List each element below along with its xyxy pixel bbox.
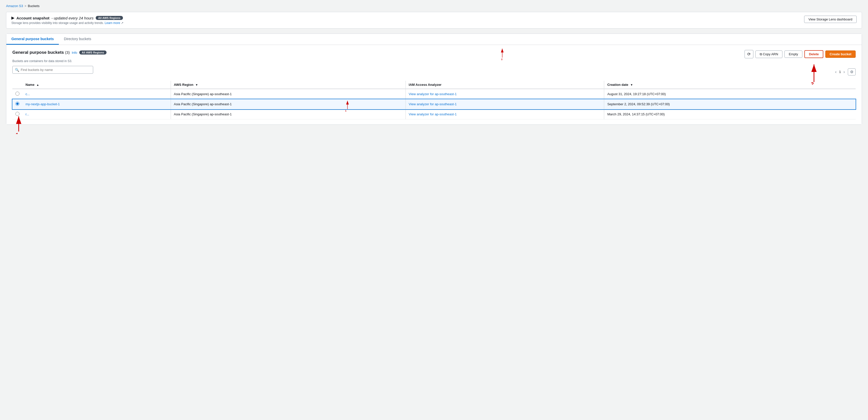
iam-analyzer-link-2[interactable]: View analyzer for ap-southeast-1: [409, 112, 457, 116]
action-buttons-group: ⟳ ⧉ Copy ARN Empty Delete Create bucket: [745, 50, 856, 58]
prev-page-button[interactable]: ‹: [834, 69, 838, 75]
bucket-region-cell: Asia Pacific (Singapore) ap-southeast-1: [171, 99, 405, 109]
iam-analyzer-link-0[interactable]: View analyzer for ap-southeast-1: [409, 92, 457, 96]
snapshot-aws-badge: All AWS Regions: [96, 16, 123, 20]
main-content-area: General purpose buckets (3) Info All AWS…: [6, 45, 862, 124]
row-radio-cell: [12, 89, 23, 99]
page-number: 1: [839, 70, 841, 74]
bucket-region-cell: Asia Pacific (Singapore) ap-southeast-1: [171, 109, 405, 119]
row-radio-cell: [12, 109, 23, 119]
bucket-radio-2[interactable]: [16, 112, 20, 116]
delete-button[interactable]: Delete: [804, 50, 823, 58]
table-subtitle: Buckets are containers for data stored i…: [12, 59, 856, 63]
search-container: 🔍: [12, 66, 93, 74]
col-region-header[interactable]: AWS Region ▼: [171, 81, 405, 89]
create-bucket-button[interactable]: Create bucket: [825, 51, 856, 58]
table-row: my-nextjs-app-bucket-1Asia Pacific (Sing…: [12, 99, 856, 109]
bucket-name-cell: c...: [23, 89, 171, 99]
copy-arn-button[interactable]: ⧉ Copy ARN: [755, 51, 782, 58]
pagination-area: ‹ 1 ›: [834, 69, 846, 75]
buckets-table: Name ▲ AWS Region ▼ IAM Access Analyzer: [12, 81, 856, 119]
table-row: c...Asia Pacific (Singapore) ap-southeas…: [12, 89, 856, 99]
col-name-sort-icon: ▲: [36, 83, 39, 86]
snapshot-title-text: Account snapshot: [17, 16, 50, 20]
svg-text:1: 1: [16, 132, 19, 134]
breadcrumb-separator: >: [25, 4, 26, 8]
snapshot-subtitle-text: - updated every 24 hours: [52, 16, 94, 20]
tabs-bar: General purpose buckets Directory bucket…: [6, 34, 862, 45]
table-aws-badge: All AWS Regions: [79, 51, 106, 55]
refresh-button[interactable]: ⟳: [745, 50, 753, 58]
empty-button[interactable]: Empty: [784, 51, 802, 58]
table-title-area: General purpose buckets (3) Info All AWS…: [12, 50, 106, 55]
col-iam-header[interactable]: IAM Access Analyzer: [405, 81, 604, 89]
snapshot-desc-text: Storage lens provides visibility into st…: [11, 21, 104, 25]
tabs-container: General purpose buckets Directory bucket…: [6, 34, 862, 125]
snapshot-title: ▶ Account snapshot - updated every 24 ho…: [11, 15, 123, 20]
bucket-iam-cell: View analyzer for ap-southeast-1: [405, 99, 604, 109]
copy-icon: ⧉: [760, 52, 763, 56]
breadcrumb-amazon-s3-link[interactable]: Amazon S3: [6, 4, 23, 8]
view-storage-lens-dashboard-button[interactable]: View Storage Lens dashboard: [804, 15, 857, 23]
search-input[interactable]: [12, 66, 93, 74]
bucket-name-link-0[interactable]: c...: [26, 92, 30, 96]
snapshot-learn-more-link[interactable]: Learn more: [105, 21, 120, 25]
account-snapshot-banner: ▶ Account snapshot - updated every 24 ho…: [6, 12, 862, 29]
col-creation-header[interactable]: Creation date ▼: [604, 81, 856, 89]
bucket-name-cell: r...: [23, 109, 171, 119]
bucket-name-link-2[interactable]: r...: [26, 112, 29, 116]
bucket-iam-cell: View analyzer for ap-southeast-1: [405, 89, 604, 99]
table-wrapper: Name ▲ AWS Region ▼ IAM Access Analyzer: [12, 81, 856, 119]
col-region-sort-icon: ▼: [195, 83, 198, 86]
bucket-radio-1[interactable]: [16, 102, 20, 106]
bucket-creation-date-cell: August 31, 2024, 19:27:18 (UTC+07:00): [604, 89, 856, 99]
snapshot-external-icon: ↗: [121, 21, 123, 25]
pagination-controls: ‹ 1 › ⚙: [834, 68, 856, 75]
bucket-creation-date-cell: September 2, 2024, 09:52:39 (UTC+07:00): [604, 99, 856, 109]
table-row: r...Asia Pacific (Singapore) ap-southeas…: [12, 109, 856, 119]
iam-analyzer-link-1[interactable]: View analyzer for ap-southeast-1: [409, 102, 457, 106]
bucket-name-link-1[interactable]: my-nextjs-app-bucket-1: [26, 102, 60, 106]
breadcrumb: Amazon S3 > Buckets: [6, 4, 862, 8]
snapshot-left: ▶ Account snapshot - updated every 24 ho…: [11, 15, 123, 25]
col-name-header[interactable]: Name ▲: [23, 81, 171, 89]
search-icon: 🔍: [15, 68, 19, 72]
bucket-name-cell: my-nextjs-app-bucket-1: [23, 99, 171, 109]
snapshot-description: Storage lens provides visibility into st…: [11, 21, 123, 25]
tab-directory-buckets[interactable]: Directory buckets: [59, 34, 96, 45]
breadcrumb-current: Buckets: [28, 4, 39, 8]
info-link[interactable]: Info: [72, 51, 77, 55]
bucket-creation-date-cell: March 29, 2024, 14:37:15 (UTC+07:00): [604, 109, 856, 119]
col-select: [12, 81, 23, 89]
bucket-count-badge: (3): [65, 50, 70, 55]
col-creation-sort-icon: ▼: [630, 83, 633, 86]
table-title: General purpose buckets (3): [12, 50, 70, 55]
bucket-region-cell: Asia Pacific (Singapore) ap-southeast-1: [171, 89, 405, 99]
row-radio-cell: [12, 99, 23, 109]
bucket-radio-0[interactable]: [16, 92, 20, 96]
search-pagination-row: 🔍 ‹ 1 › ⚙: [12, 66, 856, 78]
snapshot-toggle-icon[interactable]: ▶: [11, 15, 14, 20]
settings-button[interactable]: ⚙: [848, 68, 856, 75]
tab-general-purpose-buckets[interactable]: General purpose buckets: [6, 34, 59, 45]
next-page-button[interactable]: ›: [842, 69, 846, 75]
bucket-iam-cell: View analyzer for ap-southeast-1: [405, 109, 604, 119]
table-top-row: General purpose buckets (3) Info All AWS…: [12, 50, 856, 58]
